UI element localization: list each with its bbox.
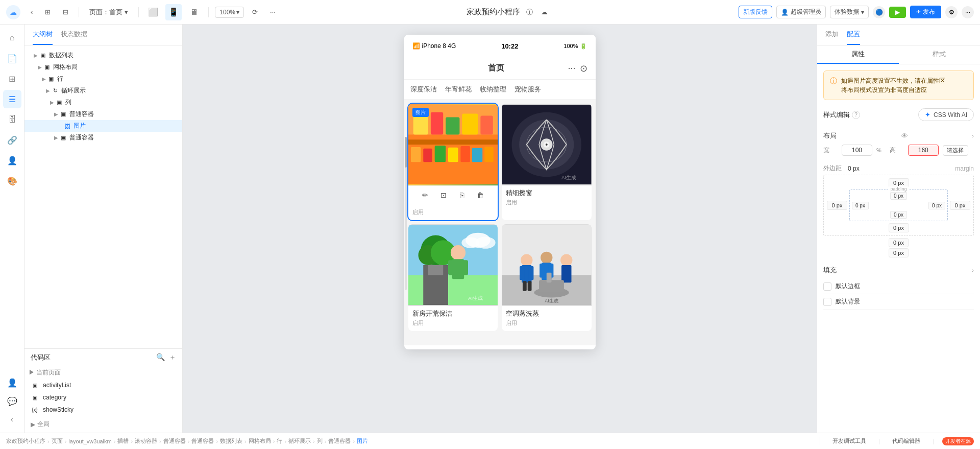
sidebar-users[interactable]: 👤	[3, 151, 21, 170]
code-search-icon[interactable]: 🔍	[156, 353, 165, 362]
back-button[interactable]: ‹	[27, 6, 37, 18]
breadcrumb-5[interactable]: 普通容器	[163, 437, 186, 445]
phone-card-1[interactable]: 图片	[408, 104, 498, 220]
sidebar-link[interactable]: 🔗	[3, 131, 21, 149]
right-tab-add[interactable]: 添加	[825, 25, 839, 45]
padding-bottom-input[interactable]: 0 px	[890, 211, 907, 219]
breadcrumb-3[interactable]: 插槽	[117, 437, 129, 445]
code-global[interactable]: ▶ 全局	[24, 416, 182, 433]
sidebar-collapse[interactable]: ‹	[3, 410, 21, 429]
canvas-area[interactable]: 📶 iPhone 8 4G 10:22 100% 🔋 首页 ··· ⊙	[183, 25, 817, 433]
phone-view-btn[interactable]: 📱	[165, 4, 182, 20]
admin-btn[interactable]: 👤 超级管理员	[776, 6, 826, 18]
tree-arrow-loop[interactable]: ▶	[45, 88, 51, 93]
style-help-icon[interactable]: ?	[852, 111, 860, 119]
tree-item-data-list[interactable]: ▶ ▣ 数据列表 ≡	[24, 50, 182, 61]
width-input[interactable]	[842, 145, 872, 156]
margin-bottom-input[interactable]: 0 px	[889, 223, 909, 232]
breadcrumb-0[interactable]: 家政预约小程序	[6, 437, 45, 445]
tree-settings-data-list[interactable]: ≡	[170, 52, 178, 60]
code-item-activitylist[interactable]: ▣ activityList	[24, 379, 182, 391]
tree-settings-image[interactable]: ≡	[170, 122, 178, 130]
code-item-category[interactable]: ▣ category	[24, 391, 182, 404]
code-editor-btn[interactable]: 代码编辑器	[888, 436, 924, 446]
breadcrumb-7[interactable]: 数据列表	[220, 437, 242, 445]
breadcrumb-11[interactable]: 列	[317, 437, 323, 445]
sidebar-user-avatar[interactable]: 👤	[3, 373, 21, 392]
nav-more-icon[interactable]: ···	[568, 63, 575, 74]
page-view-btn[interactable]: ⊞	[41, 6, 55, 18]
page-selector[interactable]: 页面：首页 ▾	[85, 6, 132, 19]
breadcrumb-1[interactable]: 页面	[52, 437, 63, 445]
breadcrumb-9[interactable]: 行	[277, 437, 282, 445]
tree-item-grid-layout[interactable]: ▶ ▣ 网格布局	[24, 61, 182, 73]
breadcrumb-2[interactable]: layout_vw3uaikm	[68, 438, 111, 444]
publish-btn[interactable]: ✈ 发布	[910, 6, 941, 18]
preview-data-btn[interactable]: 体验数据 ▾	[830, 6, 869, 18]
csdn-btn[interactable]: 开发者在源	[942, 437, 974, 445]
tree-arrow-grid[interactable]: ▶	[37, 64, 43, 70]
title-cloud-btn[interactable]: ☁	[537, 6, 552, 18]
run-btn[interactable]: ▶	[889, 7, 906, 18]
more-btn[interactable]: ···	[266, 6, 280, 18]
phone-card-2[interactable]: AI生成 精细擦窗 启用	[502, 104, 592, 220]
breadcrumb-8[interactable]: 网格布局	[249, 437, 271, 445]
height-unit-select[interactable]: 请选择	[943, 145, 968, 156]
avatar-circle[interactable]: 🔵	[873, 6, 885, 18]
breadcrumb-13[interactable]: 图片	[357, 437, 368, 445]
tree-item-column[interactable]: ▶ ▣ 列	[24, 97, 182, 108]
bg-checkbox[interactable]	[823, 298, 831, 306]
tab-state[interactable]: 状态数据	[61, 25, 87, 45]
code-add-icon[interactable]: ＋	[169, 353, 176, 362]
breadcrumb-4[interactable]: 滚动容器	[135, 437, 157, 445]
nav-record-icon[interactable]: ⊙	[580, 63, 587, 74]
extra-top-val[interactable]: 0 px	[889, 238, 909, 247]
phone-card-3[interactable]: AI生成 新房开荒保洁 启用	[408, 224, 498, 331]
sidebar-pages[interactable]: 📄	[3, 49, 21, 67]
settings-icon[interactable]: ⚙	[945, 6, 958, 18]
tree-arrow-container1[interactable]: ▶	[53, 111, 59, 117]
tree-item-container1[interactable]: ▶ ▣ 普通容器	[24, 108, 182, 120]
desktop-view-btn[interactable]: 🖥	[186, 4, 202, 20]
border-checkbox[interactable]	[823, 282, 831, 291]
card1-duplicate-btn[interactable]: ⎘	[455, 188, 469, 202]
tree-arrow-data-list[interactable]: ▶	[33, 53, 39, 58]
sidebar-components[interactable]: ⊞	[3, 69, 21, 88]
breadcrumb-12[interactable]: 普通容器	[328, 437, 351, 445]
css-ai-btn[interactable]: ✦ CSS With AI	[918, 108, 974, 121]
extra-bottom-val[interactable]: 0 px	[889, 248, 909, 257]
height-input[interactable]	[908, 145, 939, 156]
sidebar-help[interactable]: 💬	[3, 392, 21, 410]
phone-card-4[interactable]: AI生成 空调蒸洗蒸 启用	[502, 224, 592, 331]
right-tab-config[interactable]: 配置	[847, 25, 860, 45]
tree-arrow-container2[interactable]: ▶	[53, 135, 59, 140]
more-options-icon[interactable]: ···	[962, 6, 974, 18]
tab-new-year[interactable]: 年宵鲜花	[445, 84, 472, 95]
list-view-btn[interactable]: ⊟	[59, 6, 72, 18]
layout-visibility-icon[interactable]: 👁	[901, 132, 908, 140]
margin-right-input[interactable]: 0 px	[950, 201, 970, 210]
tab-deep-clean[interactable]: 深度保洁	[410, 84, 437, 95]
sidebar-theme[interactable]: 🎨	[3, 172, 21, 190]
padding-top-input[interactable]: 0 px	[890, 192, 907, 200]
tree-arrow-column[interactable]: ▶	[49, 100, 55, 105]
padding-left-input[interactable]: 0 px	[852, 202, 869, 209]
fill-section-header[interactable]: 填充 ›	[823, 262, 974, 279]
card1-delete-btn[interactable]: 🗑	[473, 188, 487, 202]
zoom-selector[interactable]: 100% ▾	[215, 7, 244, 18]
tab-outline[interactable]: 大纲树	[33, 25, 53, 45]
code-item-showsticky[interactable]: {x} showSticky	[24, 404, 182, 416]
sidebar-outline[interactable]: ☰	[3, 90, 21, 108]
tree-settings-loop[interactable]: ≡	[170, 87, 178, 95]
layout-section-header[interactable]: 布局 👁 ›	[823, 127, 974, 145]
tablet-view-btn[interactable]: ⬜	[145, 4, 161, 20]
card1-copy-btn[interactable]: ⊡	[436, 188, 451, 202]
sidebar-home[interactable]: ⌂	[3, 29, 21, 47]
refresh-btn[interactable]: ⟳	[248, 6, 262, 18]
tab-pet[interactable]: 宠物服务	[514, 84, 541, 95]
tab-attr[interactable]: 属性	[817, 45, 899, 64]
tree-item-container2[interactable]: ▶ ▣ 普通容器	[24, 132, 182, 144]
card1-edit-btn[interactable]: ✏	[418, 188, 432, 202]
dev-tools-btn[interactable]: 开发调试工具	[828, 436, 870, 446]
feedback-btn[interactable]: 新版反馈	[739, 6, 772, 18]
